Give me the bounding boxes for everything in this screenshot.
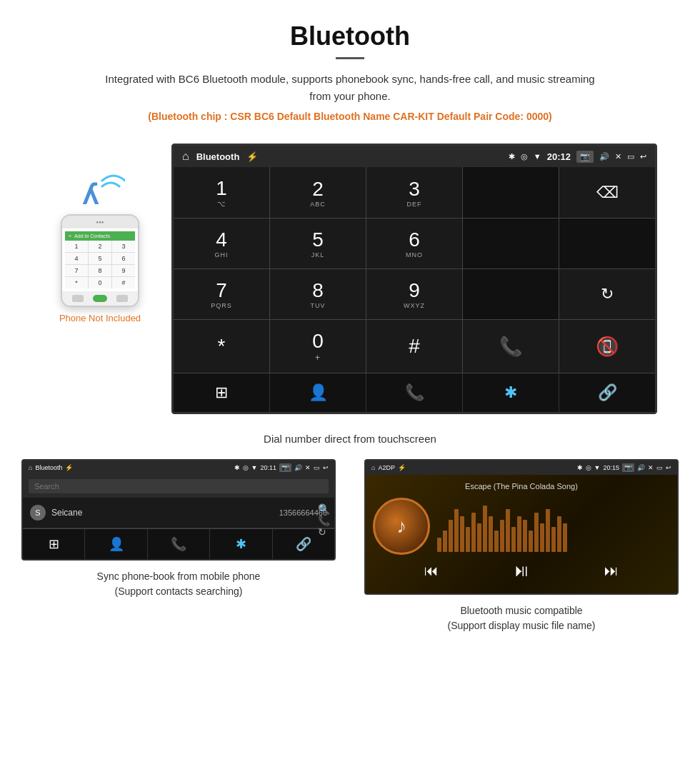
music-usb-icon: ⚡ [398, 464, 406, 471]
pb-grid-btn[interactable]: ⊞ [23, 529, 85, 559]
phone-not-included-label: Phone Not Included [59, 313, 141, 323]
statusbar-title: Bluetooth [196, 151, 240, 162]
music-caption-line1: Bluetooth music compatible [460, 605, 582, 616]
pb-call-btn[interactable]: 📞 [148, 529, 210, 559]
dial-key-2[interactable]: 2 ABC [270, 167, 366, 218]
location-icon: ◎ [521, 152, 528, 161]
back-icon[interactable]: ↩ [640, 152, 646, 161]
close-icon[interactable]: ✕ [615, 152, 621, 161]
phone-call-btn [93, 295, 107, 302]
music-visualizer [437, 498, 670, 555]
contact-name: Seicane [51, 508, 279, 518]
toolbar-call-btn[interactable]: 📞 [366, 373, 463, 412]
music-viz-bar [551, 527, 556, 552]
search-side-icon[interactable]: 🔍 [318, 503, 330, 515]
phone-illustration: ʎ ●●● +Add to Contacts 1 2 3 4 5 6 7 [43, 144, 157, 323]
music-win-icon[interactable]: ▭ [656, 464, 663, 471]
dial-key-3[interactable]: 3 DEF [366, 167, 462, 218]
contact-row[interactable]: S Seicane 13566664466 [23, 498, 334, 528]
camera-icon[interactable]: 📷 [576, 151, 594, 163]
music-viz-bar [466, 527, 470, 552]
phone-key-0: 0 [89, 277, 111, 288]
music-viz-bar [443, 531, 447, 552]
refresh-side-icon[interactable]: ↻ [318, 526, 330, 538]
pb-statusbar-title: Bluetooth [35, 464, 62, 471]
music-controls: ⏮ ⏯ ⏭ [373, 555, 670, 586]
dial-key-call[interactable]: 📞 [463, 320, 559, 373]
phone-key-9: 9 [112, 265, 135, 276]
dial-key-redial[interactable]: ↻ [559, 269, 655, 319]
toolbar-link-btn[interactable]: 🔗 [559, 373, 655, 412]
dial-key-1[interactable]: 1 ⌥ [174, 167, 269, 218]
usb-icon: ⚡ [246, 151, 258, 162]
phone-key-1: 1 [65, 241, 88, 252]
contact-initial: S [30, 505, 46, 521]
music-viz-bar [529, 531, 533, 552]
music-viz-bar [489, 516, 493, 552]
music-viz-bar [500, 520, 504, 552]
music-note-icon: ♪ [396, 515, 406, 538]
pb-bt-icon: ✱ [234, 464, 240, 471]
music-home-icon[interactable]: ⌂ [371, 464, 375, 471]
music-viz-bar [517, 516, 521, 552]
music-prev-btn[interactable]: ⏮ [424, 563, 439, 579]
music-play-pause-btn[interactable]: ⏯ [513, 561, 530, 581]
dialpad-grid: 1 ⌥ 2 ABC 3 DEF ⌫ 4 GHI 5 JKL [174, 167, 655, 373]
statusbar-right: ✱ ◎ ▼ 20:12 📷 🔊 ✕ ▭ ↩ [509, 151, 646, 163]
music-vol-icon: 🔊 [637, 464, 645, 471]
dial-key-hash[interactable]: # [366, 320, 462, 373]
home-icon[interactable]: ⌂ [182, 150, 189, 163]
toolbar-grid-btn[interactable]: ⊞ [174, 373, 270, 412]
music-back-icon[interactable]: ↩ [666, 464, 671, 471]
call-side-icon[interactable]: 📞 [318, 515, 330, 526]
phone-screen: +Add to Contacts 1 2 3 4 5 6 7 8 9 * 0 # [62, 228, 138, 291]
music-viz-bar [471, 513, 476, 552]
side-icons: 🔍 📞 ↻ [318, 498, 330, 528]
phone-key-4: 4 [65, 253, 88, 264]
pb-win-icon[interactable]: ▭ [314, 464, 320, 471]
music-viz-bar [437, 538, 441, 552]
music-time: 20:15 [603, 464, 619, 471]
dial-key-star[interactable]: * [174, 320, 269, 373]
dial-key-delete[interactable]: ⌫ [559, 167, 655, 218]
pb-cam-icon: 📷 [279, 463, 291, 472]
dial-key-empty-1 [463, 167, 559, 218]
phone-keypad: 1 2 3 4 5 6 7 8 9 * 0 # [65, 241, 135, 288]
dial-key-5[interactable]: 5 JKL [270, 218, 366, 268]
music-viz-bar [523, 520, 527, 552]
pb-close-icon[interactable]: ✕ [305, 464, 311, 471]
phonebook-search-input[interactable] [29, 479, 329, 493]
toolbar-bluetooth-btn[interactable]: ✱ [463, 373, 559, 412]
wifi-icon: ▼ [534, 152, 541, 161]
music-bt-icon: ✱ [577, 464, 583, 471]
phone-key-star: * [65, 277, 88, 288]
window-icon[interactable]: ▭ [627, 152, 634, 161]
dial-key-0[interactable]: 0 + [270, 320, 366, 373]
dial-key-hangup[interactable]: 📵 [559, 320, 655, 373]
music-viz-bar [460, 516, 464, 552]
music-close-icon[interactable]: ✕ [648, 464, 654, 471]
page-description: Integrated with BC6 Bluetooth module, su… [100, 71, 600, 105]
pb-usb-icon: ⚡ [65, 464, 73, 471]
pb-contacts-btn[interactable]: 👤 [85, 529, 147, 559]
phonebook-screen: ⌂ Bluetooth ⚡ ✱ ◎ ▼ 20:11 📷 🔊 ✕ ▭ ↩ [21, 459, 336, 561]
pb-bt-btn[interactable]: ✱ [210, 529, 272, 559]
phone-key-7: 7 [65, 265, 88, 276]
bluetooth-icon-status: ✱ [509, 152, 515, 161]
dial-key-6[interactable]: 6 MNO [366, 218, 462, 268]
volume-icon[interactable]: 🔊 [599, 152, 609, 161]
music-song-title: Escape (The Pina Colada Song) [465, 482, 578, 491]
dial-key-9[interactable]: 9 WXYZ [366, 269, 462, 319]
music-statusbar: ⌂ A2DP ⚡ ✱ ◎ ▼ 20:15 📷 🔊 ✕ ▭ ↩ [366, 461, 677, 475]
phonebook-search-bar [23, 475, 334, 498]
phonebook-statusbar: ⌂ Bluetooth ⚡ ✱ ◎ ▼ 20:11 📷 🔊 ✕ ▭ ↩ [23, 461, 334, 475]
toolbar-contacts-btn[interactable]: 👤 [270, 373, 366, 412]
dial-key-4[interactable]: 4 GHI [174, 218, 269, 268]
pb-home-icon[interactable]: ⌂ [29, 464, 32, 471]
page-title: Bluetooth [14, 21, 686, 51]
dial-key-8[interactable]: 8 TUV [270, 269, 366, 319]
dial-key-7[interactable]: 7 PQRS [174, 269, 269, 319]
pb-back-icon[interactable]: ↩ [323, 464, 329, 471]
music-next-btn[interactable]: ⏭ [604, 563, 619, 579]
bottom-panels: ⌂ Bluetooth ⚡ ✱ ◎ ▼ 20:11 📷 🔊 ✕ ▭ ↩ [0, 459, 700, 633]
